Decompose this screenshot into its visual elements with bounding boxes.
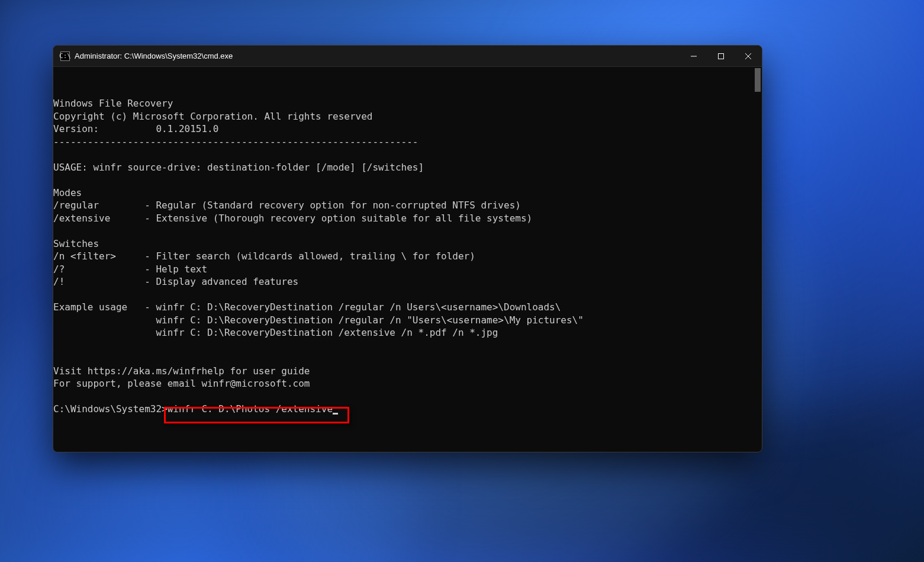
cmd-window: C:\ Administrator: C:\Windows\System32\c…	[53, 45, 762, 452]
cursor	[333, 413, 338, 415]
terminal-line	[53, 288, 762, 301]
maximize-icon	[718, 53, 724, 59]
terminal-line	[53, 352, 762, 365]
window-title: Administrator: C:\Windows\System32\cmd.e…	[75, 52, 680, 60]
titlebar[interactable]: C:\ Administrator: C:\Windows\System32\c…	[53, 46, 762, 67]
minimize-icon	[691, 53, 697, 59]
terminal-line: ----------------------------------------…	[53, 136, 762, 149]
terminal-line: /regular - Regular (Standard recovery op…	[53, 199, 762, 212]
terminal-line: /n <filter> - Filter search (wildcards a…	[53, 250, 762, 263]
terminal-line: /! - Display advanced features	[53, 275, 762, 288]
terminal-line: winfr C: D:\RecoveryDestination /regular…	[53, 314, 762, 327]
terminal-line	[53, 390, 762, 403]
terminal-line	[53, 339, 762, 352]
cmd-icon: C:\	[60, 52, 70, 61]
terminal-line: Visit https://aka.ms/winfrhelp for user …	[53, 365, 762, 378]
prompt-line: C:\Windows\System32>winfr C: D:\Photos /…	[53, 403, 762, 416]
minimize-button[interactable]	[680, 46, 707, 66]
terminal-line: winfr C: D:\RecoveryDestination /extensi…	[53, 326, 762, 339]
terminal-line	[53, 174, 762, 187]
terminal-line	[53, 148, 762, 161]
scrollbar-thumb[interactable]	[755, 68, 761, 92]
window-controls	[680, 46, 762, 66]
terminal-line: Version: 0.1.20151.0	[53, 123, 762, 136]
terminal-line: USAGE: winfr source-drive: destination-f…	[53, 161, 762, 174]
terminal-line: /extensive - Extensive (Thorough recover…	[53, 212, 762, 225]
terminal-line	[53, 224, 762, 237]
svg-rect-1	[719, 53, 724, 59]
terminal-output: Windows File RecoveryCopyright (c) Micro…	[53, 97, 762, 416]
terminal-line: Modes	[53, 187, 762, 200]
terminal-line: Switches	[53, 237, 762, 251]
typed-command: winfr C: D:\Photos /extensive	[168, 403, 333, 415]
terminal-area[interactable]: Windows File RecoveryCopyright (c) Micro…	[53, 67, 762, 452]
prompt-text: C:\Windows\System32>	[53, 403, 168, 415]
terminal-line: Windows File Recovery	[53, 97, 762, 110]
terminal-line: /? - Help text	[53, 263, 762, 276]
terminal-line: Copyright (c) Microsoft Corporation. All…	[53, 110, 762, 123]
close-icon	[745, 53, 751, 59]
close-button[interactable]	[735, 46, 762, 66]
maximize-button[interactable]	[707, 46, 735, 66]
terminal-line: For support, please email winfr@microsof…	[53, 377, 762, 390]
terminal-line: Example usage - winfr C: D:\RecoveryDest…	[53, 301, 762, 314]
